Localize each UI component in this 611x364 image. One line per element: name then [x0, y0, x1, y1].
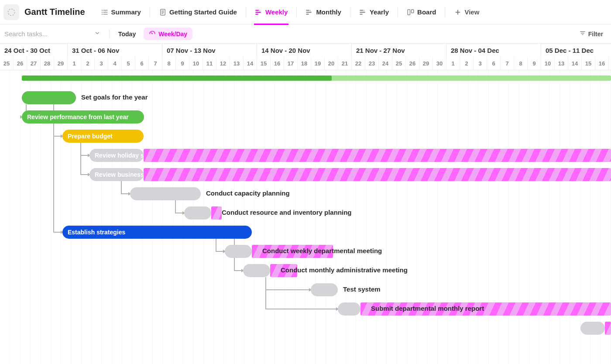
day-header: 3 [95, 57, 108, 70]
task-overrun[interactable] [605, 322, 611, 335]
grid-column [285, 70, 295, 364]
day-header: 13 [230, 57, 244, 70]
day-header: 10 [189, 57, 203, 70]
week-header: 05 Dec - 11 Dec [541, 44, 611, 57]
board-icon [407, 8, 415, 16]
day-header: 3 [474, 57, 487, 70]
separator [246, 7, 246, 17]
task-bar[interactable] [338, 302, 360, 316]
day-header: 14 [244, 57, 257, 70]
grid-column [580, 70, 590, 364]
day-header: 17 [284, 57, 298, 70]
tabs: SummaryGetting Started GuideWeeklyMonthl… [96, 5, 485, 20]
chart-area[interactable]: Set goals for the yearReview performance… [0, 70, 611, 364]
grid-column [590, 70, 601, 364]
zoom-level-button[interactable]: Week/Day [144, 27, 192, 40]
grid-column [407, 70, 417, 364]
list-icon [101, 8, 109, 16]
task-bar[interactable]: Establish strategies [62, 226, 252, 239]
day-header: 23 [365, 57, 379, 70]
tab-weekly[interactable]: Weekly [250, 5, 293, 20]
tab-label: Yearly [370, 8, 389, 16]
zoom-label: Week/Day [158, 31, 187, 38]
today-button[interactable]: Today [115, 29, 139, 39]
task-bar[interactable] [130, 187, 201, 200]
separator [445, 7, 445, 17]
day-header: 1 [446, 57, 460, 70]
task-bar[interactable] [184, 206, 211, 220]
task-label: Conduct weekly departmental meeting [262, 247, 382, 254]
tab-board[interactable]: Board [402, 5, 441, 20]
grid-column [306, 70, 316, 364]
task-overrun[interactable] [144, 168, 611, 181]
grid-column [550, 70, 560, 364]
grid-column [377, 70, 387, 364]
task-bar[interactable] [225, 245, 252, 258]
week-header: 21 Nov - 27 Nov [352, 44, 446, 57]
day-header: 16 [271, 57, 284, 70]
day-header: 27 [27, 57, 41, 70]
day-header: 29 [54, 57, 68, 70]
grid-column [529, 70, 539, 364]
gantt-icon [255, 8, 263, 16]
week-header: 14 Nov - 20 Nov [257, 44, 352, 57]
task-label: Set goals for the year [81, 93, 148, 101]
toolbar: Today Week/Day Filter [0, 24, 611, 44]
grid-column [316, 70, 326, 364]
separator [296, 7, 297, 17]
task-overrun[interactable] [211, 206, 222, 220]
day-header: 4 [108, 57, 122, 70]
filter-button[interactable]: Filter [575, 28, 608, 39]
task-bar[interactable]: Review holiday season [89, 149, 144, 162]
add-view-button[interactable]: View [449, 5, 484, 20]
grid-column [468, 70, 478, 364]
grid-column [244, 70, 254, 364]
task-bar[interactable] [243, 264, 270, 277]
grid-column [143, 70, 153, 364]
week-row: 24 Oct - 30 Oct31 Oct - 06 Nov07 Nov - 1… [0, 44, 611, 57]
grid-column [417, 70, 427, 364]
week-header: 24 Oct - 30 Oct [0, 44, 68, 57]
day-row: 2526272829123456789101112131415161718192… [0, 57, 611, 70]
day-header: 29 [419, 57, 433, 70]
task-bar[interactable]: Review performance from last year [22, 110, 144, 124]
grid-column [448, 70, 458, 364]
day-header: 19 [311, 57, 325, 70]
gauge-icon [149, 30, 156, 38]
task-bar[interactable] [311, 283, 338, 296]
task-overrun[interactable] [144, 149, 611, 162]
grid-column [275, 70, 285, 364]
search-input[interactable] [3, 27, 104, 40]
timeline-header: 24 Oct - 30 Oct31 Oct - 06 Nov07 Nov - 1… [0, 44, 611, 70]
tab-label: Getting Started Guide [169, 8, 237, 16]
task-bar[interactable] [580, 322, 605, 335]
day-header: 16 [595, 57, 609, 70]
task-label: Conduct monthly administrative meeting [281, 266, 408, 274]
week-header: 28 Nov - 04 Dec [446, 44, 541, 57]
tab-monthly[interactable]: Monthly [300, 5, 347, 20]
tab-summary[interactable]: Summary [96, 5, 146, 20]
task-bar[interactable]: Prepare budget [62, 130, 144, 143]
search-wrap [3, 27, 104, 40]
filter-icon [580, 30, 586, 38]
tab-label: Monthly [316, 8, 341, 16]
task-bar[interactable]: Review business tools [89, 168, 144, 181]
separator [398, 7, 398, 17]
day-header: 11 [203, 57, 216, 70]
tab-yearly[interactable]: Yearly [354, 5, 394, 20]
grid-column [367, 70, 377, 364]
summary-progress [22, 76, 332, 81]
day-header: 9 [528, 57, 541, 70]
grid-column [356, 70, 366, 364]
grid-column [224, 70, 234, 364]
day-header: 7 [149, 57, 162, 70]
grid-column [326, 70, 336, 364]
grid-column [499, 70, 509, 364]
day-header: 17 [609, 57, 611, 70]
tab-getting-started-guide[interactable]: Getting Started Guide [154, 5, 242, 20]
task-label: Test system [343, 285, 381, 293]
chevron-down-icon[interactable] [94, 30, 100, 38]
grid-column [163, 70, 173, 364]
task-bar[interactable] [22, 91, 76, 104]
week-header: 07 Nov - 13 Nov [162, 44, 257, 57]
